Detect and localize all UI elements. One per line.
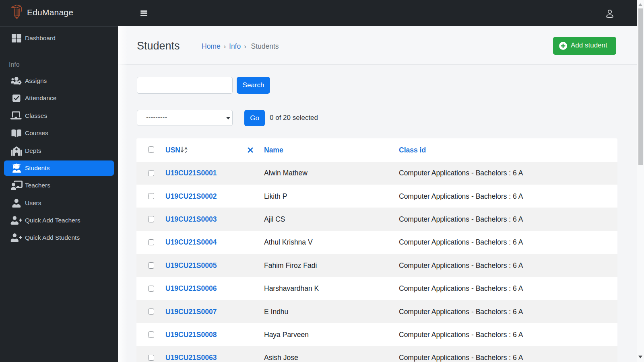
svg-text:Z: Z xyxy=(185,150,187,153)
